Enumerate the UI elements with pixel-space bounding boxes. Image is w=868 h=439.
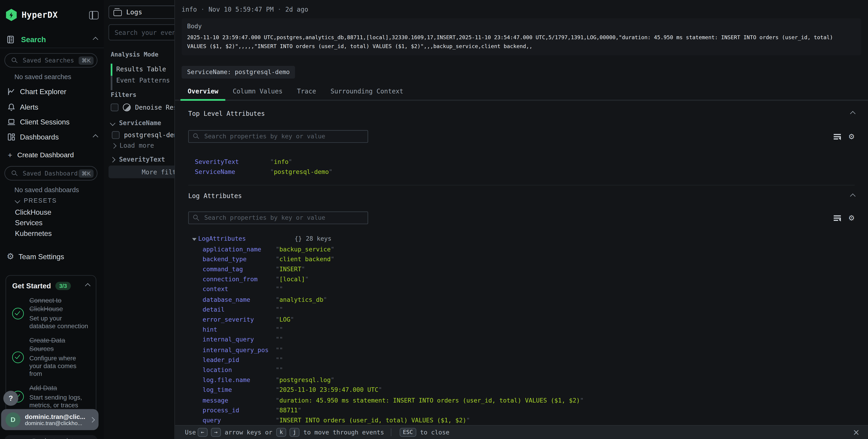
chevron-up-icon[interactable] <box>85 283 91 288</box>
get-started-header[interactable]: Get Started 3/3 <box>12 282 90 290</box>
attribute-value[interactable]: "[local]" <box>276 275 309 285</box>
attribute-row[interactable]: SeverityText"info" <box>188 157 855 167</box>
property-search-field[interactable] <box>203 132 363 140</box>
collapse-section-icon[interactable] <box>850 111 856 116</box>
tab-trace[interactable]: Trace <box>290 85 323 101</box>
attribute-value[interactable]: "info" <box>270 157 292 167</box>
body-text[interactable]: 2025-11-10 23:59:47.000 UTC,postgres,ana… <box>187 33 856 51</box>
attribute-row[interactable]: ServiceName"postgresql-demo" <box>188 167 855 177</box>
log-attributes-parent-row[interactable]: LogAttributes {}28 keys <box>188 234 855 244</box>
attribute-row[interactable]: database_name"analytics_db" <box>188 295 855 305</box>
attribute-value[interactable]: "backup_service" <box>276 244 334 254</box>
gear-icon[interactable]: ⚙ <box>848 133 855 140</box>
get-started-item[interactable]: Connect to ClickHouseSet up your databas… <box>12 297 90 330</box>
preset-item[interactable]: Services <box>15 219 43 227</box>
attribute-key[interactable]: log.file.name <box>203 375 276 385</box>
sidebar-item-chart-explorer[interactable]: Chart Explorer <box>7 86 97 97</box>
sidebar-item-client-sessions[interactable]: Client Sessions <box>7 116 97 127</box>
sidebar-item-search[interactable]: Search <box>7 35 97 43</box>
saved-dashboards-input[interactable]: ⌘K <box>4 166 97 181</box>
chevron-up-icon[interactable] <box>93 37 98 42</box>
service-option-row[interactable]: postgresql-demo <box>112 131 175 139</box>
presets-toggle[interactable]: PRESETS <box>16 197 57 204</box>
attribute-value[interactable]: "" <box>276 325 283 335</box>
attribute-value[interactable]: "" <box>276 305 283 315</box>
service-name-group[interactable]: ServiceName <box>111 119 161 127</box>
attribute-value[interactable]: "2025-11-10 23:59:47.000 UTC" <box>276 385 382 396</box>
service-checkbox[interactable] <box>112 131 120 139</box>
attribute-key[interactable]: backend_type <box>203 255 276 264</box>
load-more-button[interactable]: Load more <box>112 142 154 150</box>
saved-dashboards-field[interactable] <box>22 169 79 177</box>
wrap-lines-icon[interactable] <box>834 133 841 139</box>
get-started-item[interactable]: Add DataStart sending logs, metrics, or … <box>12 384 90 409</box>
attribute-key[interactable]: error_severity <box>203 315 276 325</box>
attribute-key[interactable]: internal_query <box>203 335 276 345</box>
source-selector-button[interactable]: Logs <box>108 5 175 19</box>
attribute-row[interactable]: message"duration: 45.950 ms statement: I… <box>188 396 855 406</box>
attribute-row[interactable]: command_tag"INSERT" <box>188 264 855 275</box>
attribute-value[interactable]: "client backend" <box>276 255 334 264</box>
attribute-value[interactable]: "" <box>276 365 283 375</box>
attribute-row[interactable]: leader_pid"" <box>188 355 855 365</box>
attribute-row[interactable]: error_severity"LOG" <box>188 315 855 325</box>
section-header[interactable]: Log Attributes <box>188 186 855 200</box>
help-button[interactable]: ? <box>3 391 19 406</box>
attribute-key[interactable]: command_tag <box>203 264 276 275</box>
attribute-value[interactable]: "postgresql-demo" <box>270 167 332 177</box>
saved-searches-input[interactable]: ⌘K <box>4 53 97 67</box>
attribute-row[interactable]: query"INSERT INTO orders (user_id, total… <box>188 416 855 426</box>
collapse-sidebar-icon[interactable] <box>89 11 98 19</box>
attribute-row[interactable]: process_id"88711" <box>188 406 855 416</box>
attribute-value[interactable]: "postgresql.log" <box>276 375 334 385</box>
preset-item[interactable]: ClickHouse <box>15 208 52 216</box>
attribute-row[interactable]: internal_query_pos"" <box>188 345 855 355</box>
attribute-key[interactable]: leader_pid <box>203 355 276 365</box>
attribute-row[interactable]: detail"" <box>188 305 855 315</box>
sidebar-item-alerts[interactable]: Alerts <box>7 101 97 113</box>
attribute-key[interactable]: location <box>203 365 276 375</box>
property-search-input[interactable] <box>188 130 368 143</box>
mode-results-table[interactable]: Results Table <box>116 65 166 73</box>
attribute-row[interactable]: log_time"2025-11-10 23:59:47.000 UTC" <box>188 385 855 396</box>
attribute-row[interactable]: internal_query"" <box>188 335 855 345</box>
user-menu[interactable]: D dominic.tran@clic... dominic.tran@clic… <box>1 409 98 430</box>
attribute-row[interactable]: backend_type"client backend" <box>188 255 855 264</box>
wrap-lines-icon[interactable] <box>834 215 841 221</box>
preset-item[interactable]: Kubernetes <box>15 229 52 237</box>
mode-event-patterns[interactable]: Event Patterns <box>116 76 170 84</box>
attribute-value[interactable]: "" <box>276 345 283 355</box>
attribute-key[interactable]: log_time <box>203 385 276 396</box>
attribute-row[interactable]: log.file.name"postgresql.log" <box>188 375 855 385</box>
tab-surrounding-context[interactable]: Surrounding Context <box>323 85 410 101</box>
property-search-field[interactable] <box>203 214 363 222</box>
gear-icon[interactable]: ⚙ <box>848 215 855 222</box>
saved-searches-field[interactable] <box>22 56 79 64</box>
denoise-checkbox[interactable] <box>111 103 119 111</box>
attribute-key[interactable]: ServiceName <box>195 167 270 177</box>
attribute-row[interactable]: hint"" <box>188 325 855 335</box>
attribute-value[interactable]: "88711" <box>276 406 301 416</box>
attribute-row[interactable]: connection_from"[local]" <box>188 275 855 285</box>
attribute-key[interactable]: application_name <box>203 244 276 254</box>
attribute-value[interactable]: "" <box>276 285 283 295</box>
attribute-row[interactable]: application_name"backup_service" <box>188 244 855 254</box>
attribute-value[interactable]: "analytics_db" <box>276 295 327 305</box>
close-icon[interactable]: × <box>853 427 860 437</box>
attribute-key[interactable]: detail <box>203 305 276 315</box>
section-header[interactable]: Top Level Attributes <box>188 101 855 117</box>
chevron-up-icon[interactable] <box>93 134 98 139</box>
attribute-key[interactable]: connection_from <box>203 275 276 285</box>
attribute-value[interactable]: "INSERT" <box>276 264 305 275</box>
attribute-key[interactable]: query <box>203 416 276 426</box>
get-started-item[interactable]: Create Data SourcesConfigure where your … <box>12 337 90 378</box>
tab-overview[interactable]: Overview <box>181 85 226 101</box>
attribute-key[interactable]: internal_query_pos <box>203 345 276 355</box>
attribute-key[interactable]: context <box>203 285 276 295</box>
attribute-row[interactable]: location"" <box>188 365 855 375</box>
create-dashboard-button[interactable]: + Create Dashboard <box>8 151 74 160</box>
attribute-value[interactable]: "INSERT INTO orders (user_id, total) VAL… <box>276 416 470 426</box>
attribute-value[interactable]: "" <box>276 335 283 345</box>
sidebar-item-team-settings[interactable]: ⚙ Team Settings <box>7 251 64 261</box>
attribute-key[interactable]: SeverityText <box>195 157 270 167</box>
